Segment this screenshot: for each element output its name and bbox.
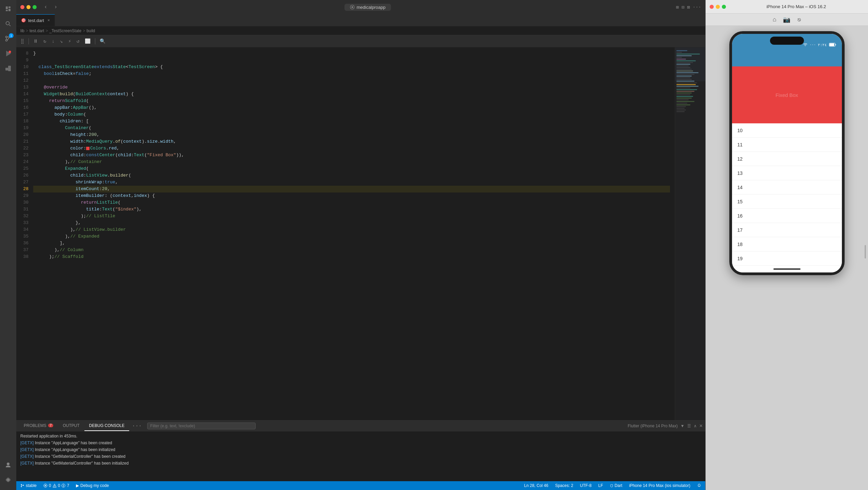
activity-explorer[interactable] (2, 3, 14, 15)
stop-button[interactable]: ⬜ (83, 37, 92, 45)
cursor-position: Ln 28, Col 46 (524, 483, 548, 488)
sim-scrollbar (865, 245, 866, 259)
code-line-36: ], (33, 240, 670, 247)
debug-console-tab-label: DEBUG CONSOLE (89, 423, 125, 428)
panel-close-button[interactable]: × (699, 423, 703, 429)
debug-label: Debug my code (80, 483, 109, 488)
spaces-status[interactable]: Spaces: 2 (554, 483, 574, 488)
svg-rect-2 (6, 10, 8, 11)
activity-run[interactable] (2, 47, 14, 60)
code-line-14: Widget build(BuildContext context) { (33, 91, 670, 98)
line-num-18: 18 (16, 118, 28, 125)
code-lines[interactable]: } class _TestScreenState extends State<T… (32, 47, 670, 420)
device-status[interactable]: iPhone 14 Pro Max (ios simulator) (628, 483, 692, 488)
status-bar-right: Ln 28, Col 46 Spaces: 2 UTF-8 LF Dart iP… (523, 483, 703, 488)
svg-line-5 (9, 25, 11, 26)
simulator-toolbar: ⌂ 📷 ⎋ (706, 14, 868, 26)
svg-rect-11 (5, 68, 8, 70)
panel-tab-more[interactable]: ··· (129, 423, 144, 429)
svg-point-17 (351, 6, 353, 8)
line-num-37: 37 (16, 247, 28, 253)
activity-search[interactable] (2, 18, 14, 30)
panel-tab-problems[interactable]: PROBLEMS 7 (19, 421, 58, 431)
breadcrumb-class[interactable]: _TestScreenState (49, 28, 81, 33)
sim-screenshot-icon[interactable]: 📷 (783, 16, 790, 23)
line-num-12: 12 (16, 77, 28, 84)
activity-extensions[interactable] (2, 62, 14, 75)
sim-close-button[interactable] (710, 5, 714, 9)
more-actions-icon[interactable]: ··· (693, 4, 701, 10)
code-line-34: ), // ListView.builder (33, 226, 670, 233)
panel-filter-input[interactable] (147, 423, 256, 429)
hot-reload-button[interactable]: ↻ (42, 37, 48, 45)
step-into-button[interactable]: ↘ (58, 37, 64, 45)
nav-back-button[interactable]: ‹ (42, 3, 50, 11)
panel-collapse-icon[interactable]: ∧ (694, 424, 697, 428)
activity-source-control[interactable]: 1 (2, 33, 14, 45)
step-over-button[interactable]: ↓ (50, 37, 56, 45)
split-editor-icon[interactable]: ⊞ (676, 4, 678, 10)
panel-list-icon[interactable]: ☰ (687, 424, 691, 428)
pause-button[interactable]: ⏸ (32, 37, 40, 45)
panel-tab-output[interactable]: OUTPUT (58, 421, 84, 431)
line-num-8: 8 (16, 50, 28, 57)
maximize-button[interactable] (33, 5, 37, 9)
line-numbers: 8 9 10 11 12 13 14 15 16 17 18 19 20 21 … (16, 47, 32, 420)
code-line-13: @override (33, 84, 670, 91)
panel-tab-debug-console[interactable]: DEBUG CONSOLE (84, 421, 130, 431)
run-status[interactable]: ▶ Debug my code (75, 483, 110, 488)
code-line-33: }, (33, 220, 670, 226)
encoding-status[interactable]: UTF-8 (579, 483, 593, 488)
svg-point-18 (21, 484, 22, 485)
encoding-label: UTF-8 (580, 483, 592, 488)
activity-avatar[interactable] (2, 459, 14, 471)
code-editor[interactable]: 8 9 10 11 12 13 14 15 16 17 18 19 20 21 … (16, 47, 675, 420)
simulator-panel: iPhone 14 Pro Max – iOS 16.2 ⌂ 📷 ⎋ ··· ٢… (705, 0, 868, 490)
errors-status[interactable]: 0 0 7 (42, 483, 71, 488)
line-num-24: 24 (16, 159, 28, 165)
list-item-10: 10 (732, 123, 842, 138)
code-line-26: child: ListView.builder( (33, 172, 670, 179)
toggle-panel-icon[interactable]: ⊟ (682, 4, 684, 10)
layout-icon[interactable]: ⊠ (687, 4, 690, 10)
sim-minimize-button[interactable] (716, 5, 720, 9)
title-bar: ‹ › medicalproapp ⊞ ⊟ ⊠ ··· (16, 0, 705, 14)
line-ending-status[interactable]: LF (597, 483, 605, 488)
breadcrumb-file[interactable]: test.dart (29, 28, 44, 33)
title-bar-center: medicalproapp (62, 4, 673, 11)
cursor-position-status[interactable]: Ln 28, Col 46 (523, 483, 550, 488)
code-line-8: } (33, 50, 670, 57)
sim-maximize-button[interactable] (722, 5, 726, 9)
code-line-27: shrinkWrap: true, (33, 179, 670, 186)
language-status[interactable]: Dart (609, 483, 624, 488)
debug-layout-icon[interactable]: ⣿ (19, 37, 26, 45)
search-editor-button[interactable]: 🔍 (98, 37, 107, 45)
line-num-25: 25 (16, 165, 28, 172)
breadcrumb: lib > test.dart > _TestScreenState > bui… (16, 26, 705, 35)
hot-restart-button[interactable]: ⚡ (66, 37, 73, 45)
line-num-14: 14 (16, 91, 28, 98)
minimize-button[interactable] (26, 5, 31, 9)
runner-label[interactable]: Flutter (iPhone 14 Pro Max) (628, 424, 677, 428)
code-line-30: return ListTile( (33, 199, 670, 206)
runner-dropdown-icon[interactable]: ▼ (680, 424, 685, 428)
reload-button[interactable]: ↺ (75, 37, 81, 45)
sim-home-icon[interactable]: ⌂ (773, 16, 776, 23)
breadcrumb-method[interactable]: build (86, 28, 95, 33)
activity-settings[interactable] (2, 474, 14, 486)
tab-close-button[interactable]: × (47, 18, 50, 23)
nav-forward-button[interactable]: › (52, 3, 60, 11)
console-line-2: [GETX] Instance "AppLanguage" has been i… (20, 446, 701, 453)
sim-rotate-icon[interactable]: ⎋ (797, 16, 801, 23)
home-indicator (773, 268, 801, 270)
phone-status-icons: ··· ٢:٢٤ (803, 43, 836, 47)
editor-scrollbar[interactable] (670, 47, 675, 420)
close-button[interactable] (20, 5, 24, 9)
tab-test-dart[interactable]: 🎯 test.dart × (16, 14, 55, 26)
branch-status[interactable]: stable (19, 483, 38, 488)
phone-fixed-box: Fixed Box (732, 66, 842, 123)
notifications-status[interactable] (696, 483, 703, 488)
breadcrumb-lib[interactable]: lib (20, 28, 24, 33)
list-item-12: 12 (732, 152, 842, 166)
svg-rect-1 (8, 6, 11, 8)
